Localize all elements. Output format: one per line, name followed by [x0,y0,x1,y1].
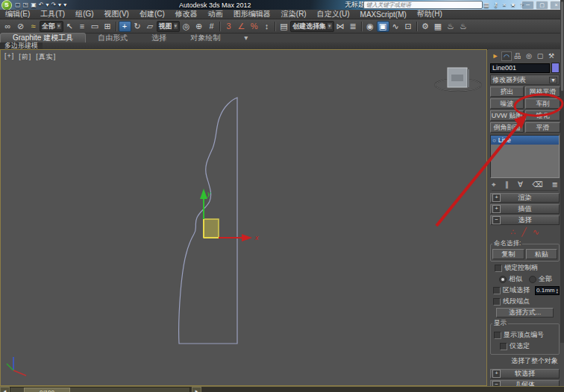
object-color-swatch[interactable] [551,63,560,73]
open-file-icon[interactable]: ◳ [23,1,29,8]
noise-button[interactable]: 噪波 [490,98,524,109]
qat-customize-icon[interactable]: ▾ [63,1,66,8]
ribbon-minimize-icon[interactable]: ▾ [232,34,260,42]
communication-icon[interactable]: × [502,1,506,8]
time-slider-track[interactable]: 0/100 [10,387,190,392]
undo-icon[interactable]: ↶ [39,1,44,8]
segment-subobject-icon[interactable]: ╱ [521,227,527,237]
rollout-selection[interactable]: −选择 [490,215,560,225]
show-end-result-icon[interactable]: ∥ [505,180,509,189]
next-frame-icon[interactable]: ► [192,387,201,392]
schematic-view-icon[interactable]: ⊡ [402,21,415,32]
bind-to-spacewarp-icon[interactable]: ≈ [27,21,40,32]
select-object-icon[interactable]: ↖ [63,21,76,32]
favorites-star-icon[interactable]: ★ [510,1,516,8]
area-selection-spinner[interactable]: 0.1mm ▴▾ [535,286,560,295]
select-by-button[interactable]: 选择方式... [496,308,554,317]
previous-frame-icon[interactable]: ◄ [0,387,10,392]
rollout-rendering[interactable]: +渲染 [490,193,560,203]
align-icon[interactable]: ≣ [347,21,360,32]
selection-filter-dropdown[interactable]: 全部 ▾ [40,21,63,32]
select-and-move-icon[interactable]: + [119,21,131,32]
help-search-input[interactable] [363,1,483,9]
menu-group[interactable]: 组(G) [70,9,98,19]
save-file-icon[interactable]: ▣ [31,1,37,8]
use-pivot-center-icon[interactable]: ◎ [180,21,192,32]
rectangular-selection-region-icon[interactable]: ▭ [89,21,101,32]
polygon-modeling-panel[interactable]: 多边形建模 [0,42,43,49]
meshsmooth-button[interactable]: 网格平滑 [525,86,560,97]
object-name-field[interactable] [490,63,550,73]
spinner-snap-icon[interactable]: ↕ [260,21,273,32]
area-selection-checkbox[interactable] [493,287,501,294]
menu-tools[interactable]: 工具(T) [35,9,70,19]
show-vertex-numbers-checkbox[interactable] [494,332,501,339]
snaps-toggle-icon[interactable]: 3 [222,21,235,32]
signin-icon[interactable]: ▥ [483,1,489,8]
edit-named-selection-sets-icon[interactable]: ▤ [278,21,290,32]
material-editor-icon[interactable]: ◉ [364,21,377,32]
undo-dropdown-icon[interactable]: ▾ [46,1,48,8]
curve-editor-icon[interactable]: ∿ [389,21,402,32]
bevel-profile-button[interactable]: 倒角剖面 [490,122,524,133]
reference-coordinate-dropdown[interactable]: 视图 ▾ [157,21,181,32]
motion-tab-icon[interactable]: ◎ [524,51,534,61]
make-unique-icon[interactable]: ∀ [518,180,523,189]
modifier-list-dropdown[interactable]: 修改器列表 ▼ [490,75,560,85]
all-radio[interactable] [529,276,536,283]
vertex-subobject-icon[interactable]: ∴ [510,227,516,237]
maximize-icon[interactable]: ▢ [536,1,548,10]
pin-stack-icon[interactable]: ⌖ [492,180,496,189]
tab-selection[interactable]: 选择 [140,34,178,42]
rendered-frame-window-icon[interactable]: ▦ [432,21,445,32]
panel-scrollbar[interactable] [560,0,564,343]
paste-button[interactable]: 粘贴 [526,249,558,259]
rollout-soft-selection[interactable]: +软选择 [490,369,560,379]
time-slider-thumb[interactable]: 0/100 [24,388,70,392]
unlink-selection-icon[interactable]: ⊘ [14,21,27,32]
smooth-button[interactable]: 平滑 [525,122,560,133]
lock-handles-checkbox[interactable] [495,265,502,272]
lathe-button[interactable]: 车削 [525,98,560,109]
render-setup-icon[interactable]: ⚙ [419,21,432,32]
tab-freeform[interactable]: 自由形式 [86,34,140,42]
named-selection-sets-dropdown[interactable]: 创建选择集 ▾ [290,21,334,32]
menu-help[interactable]: 帮助(H) [412,9,448,19]
rollout-interpolation[interactable]: +插值 [490,204,560,214]
menu-edit[interactable]: 编辑(E) [0,9,35,19]
menu-create[interactable]: 创建(C) [134,9,170,19]
configure-modifier-sets-icon[interactable]: ≣ [552,180,558,189]
menu-maxscript[interactable]: MAXScript(M) [355,10,412,19]
select-and-manipulate-icon[interactable]: ⊕ [192,21,205,32]
redo-dropdown-icon[interactable]: ▾ [58,1,61,8]
segment-end-checkbox[interactable] [493,298,501,306]
extrude-button[interactable]: 挤出 [490,86,524,97]
viewport-front[interactable]: [+] [前] [真实] y x [0,49,487,386]
menu-rendering[interactable]: 渲染(R) [276,9,312,19]
select-and-rotate-icon[interactable]: ↻ [131,21,144,32]
redo-icon[interactable]: ↷ [51,1,56,8]
menu-graph-editors[interactable]: 图形编辑器 [228,9,276,19]
viewcube[interactable] [435,68,481,91]
keyboard-shortcut-override-icon[interactable]: # [205,21,218,32]
minimize-icon[interactable]: ─ [521,1,534,10]
mirror-icon[interactable]: ⋈ [334,21,347,32]
move-gizmo[interactable]: y x [200,189,259,241]
selected-only-checkbox[interactable] [500,343,507,350]
spline-subobject-icon[interactable]: ∿ [533,227,539,237]
select-and-scale-icon[interactable]: ▱ [144,21,157,32]
remove-modifier-icon[interactable]: ⌫ [532,180,542,189]
alike-radio[interactable] [499,276,507,283]
percent-snap-icon[interactable]: % [248,21,260,32]
utilities-tab-icon[interactable]: ⚒ [546,51,557,61]
uvw-map-button[interactable]: UVW 贴图 [490,110,524,121]
window-crossing-icon[interactable]: ⊞ [101,21,114,32]
menu-modifiers[interactable]: 修改器 [170,9,203,19]
layer-manager-icon[interactable]: ▣ [377,21,389,32]
new-file-icon[interactable]: ▢ [15,1,21,8]
spinner-down-icon[interactable]: ▾ [556,291,558,294]
key-icon[interactable]: ⚷ [494,1,498,8]
render-production-teapot-icon[interactable]: ♨ [445,21,457,32]
hierarchy-tab-icon[interactable]: 品 [513,51,523,61]
stack-item-line[interactable]: ○ Line [491,136,559,145]
